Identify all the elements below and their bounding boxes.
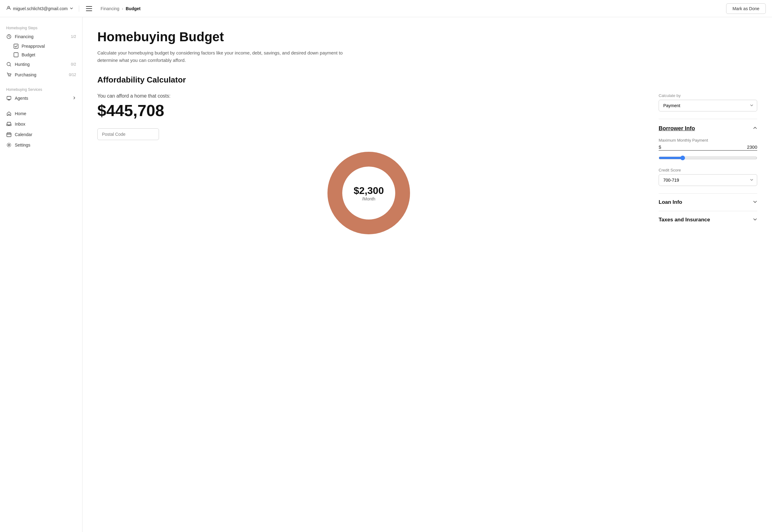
donut-chart-wrapper: $2,300 /Month xyxy=(97,150,640,236)
svg-rect-10 xyxy=(7,96,11,99)
preapproval-label: Preapproval xyxy=(22,44,45,49)
calculator-left: You can afford a home that costs: $445,7… xyxy=(97,93,640,236)
calendar-label: Calendar xyxy=(15,132,32,137)
max-monthly-input-wrapper: $ 2300 xyxy=(659,144,757,151)
financing-icon xyxy=(6,34,12,39)
svg-point-0 xyxy=(8,6,10,8)
sidebar-sub-item-preapproval[interactable]: Preapproval xyxy=(0,42,82,50)
credit-score-label: Credit Score xyxy=(659,168,757,172)
borrower-info-header[interactable]: Borrower Info xyxy=(659,125,757,132)
credit-score-section: Credit Score 620-639 640-659 660-679 680… xyxy=(659,168,757,186)
user-icon xyxy=(6,6,11,11)
homebuying-services-label: Homebuying Services xyxy=(0,85,82,93)
credit-score-select[interactable]: 620-639 640-659 660-679 680-699 700-719 … xyxy=(659,174,757,186)
hunting-left: Hunting xyxy=(6,62,30,67)
borrower-info-section: Borrower Info Maximum Monthly Payment $ … xyxy=(659,119,757,186)
calculate-by-section: Calculate by Payment Income Savings xyxy=(659,93,757,111)
donut-center: $2,300 /Month xyxy=(354,185,384,201)
afford-label: You can afford a home that costs: xyxy=(97,93,640,99)
max-monthly-prefix: $ xyxy=(659,144,661,150)
breadcrumb-parent[interactable]: Financing xyxy=(101,6,119,11)
home-label: Home xyxy=(15,111,26,116)
max-monthly-value: 2300 xyxy=(663,144,757,150)
financing-label: Financing xyxy=(15,34,34,39)
user-email-display[interactable]: miguel.schlicht3@gmail.com xyxy=(6,6,73,11)
settings-label: Settings xyxy=(15,143,30,147)
credit-score-select-wrapper: 620-639 640-659 660-679 680-699 700-719 … xyxy=(659,174,757,186)
home-icon xyxy=(6,111,12,116)
loan-info-chevron-icon xyxy=(753,199,757,205)
calendar-left: Calendar xyxy=(6,132,32,137)
breadcrumb: Financing › Budget xyxy=(101,6,141,11)
sidebar-item-inbox[interactable]: Inbox xyxy=(0,119,82,129)
chevron-down-icon xyxy=(70,6,73,11)
calculate-by-select-wrapper: Payment Income Savings xyxy=(659,100,757,111)
homebuying-steps-label: Homebuying Steps xyxy=(0,23,82,31)
settings-icon xyxy=(6,142,12,148)
budget-check-icon xyxy=(14,52,18,57)
svg-point-8 xyxy=(9,76,9,77)
hunting-label: Hunting xyxy=(15,62,30,67)
sidebar-item-purchasing[interactable]: Purchasing 0/12 xyxy=(0,70,82,80)
sidebar: Homebuying Steps Financing 1/2 Preapprov… xyxy=(0,17,83,532)
loan-info-row[interactable]: Loan Info xyxy=(659,193,757,211)
borrower-info-chevron-icon xyxy=(753,126,757,131)
calculate-by-select[interactable]: Payment Income Savings xyxy=(659,100,757,111)
sidebar-item-hunting[interactable]: Hunting 0/2 xyxy=(0,59,82,70)
sidebar-toggle-button[interactable] xyxy=(85,4,93,13)
postal-code-input[interactable] xyxy=(97,128,159,140)
purchasing-badge: 0/12 xyxy=(69,73,76,77)
page-description: Calculate your homebuying budget by cons… xyxy=(97,49,362,64)
donut-sub: /Month xyxy=(354,196,384,201)
calculator-right: Calculate by Payment Income Savings xyxy=(659,93,757,228)
page-title: Homebuying Budget xyxy=(97,30,757,44)
user-email: miguel.schlicht3@gmail.com xyxy=(13,6,68,11)
preapproval-check-icon xyxy=(14,44,18,49)
svg-point-12 xyxy=(8,144,10,146)
hunting-icon xyxy=(6,62,12,67)
calculator-title: Affordability Calculator xyxy=(97,75,757,85)
settings-left: Settings xyxy=(6,142,30,148)
svg-rect-3 xyxy=(86,10,92,11)
taxes-insurance-title: Taxes and Insurance xyxy=(659,217,710,223)
max-monthly-slider-wrapper xyxy=(659,155,757,162)
donut-chart: $2,300 /Month xyxy=(325,150,412,236)
sidebar-item-financing[interactable]: Financing 1/2 xyxy=(0,31,82,42)
purchasing-label: Purchasing xyxy=(15,72,36,77)
agents-icon xyxy=(6,95,12,101)
svg-rect-2 xyxy=(86,8,92,9)
financing-badge: 1/2 xyxy=(71,34,76,39)
home-left: Home xyxy=(6,111,26,116)
purchasing-icon xyxy=(6,72,12,78)
sidebar-item-home[interactable]: Home xyxy=(0,108,82,119)
afford-price: $445,708 xyxy=(97,101,640,120)
breadcrumb-current: Budget xyxy=(126,6,140,11)
topbar-left: miguel.schlicht3@gmail.com Financing › B… xyxy=(6,4,140,13)
calculator-layout: You can afford a home that costs: $445,7… xyxy=(97,93,757,236)
sidebar-item-settings[interactable]: Settings xyxy=(0,140,82,150)
taxes-insurance-row[interactable]: Taxes and Insurance xyxy=(659,211,757,228)
topbar: miguel.schlicht3@gmail.com Financing › B… xyxy=(0,0,772,17)
loan-info-title: Loan Info xyxy=(659,199,682,205)
max-monthly-section: Maximum Monthly Payment $ 2300 xyxy=(659,138,757,162)
main-layout: Homebuying Steps Financing 1/2 Preapprov… xyxy=(0,17,772,532)
inbox-left: Inbox xyxy=(6,121,25,127)
mark-done-button[interactable]: Mark as Done xyxy=(726,3,766,14)
max-monthly-label: Maximum Monthly Payment xyxy=(659,138,757,143)
svg-rect-5 xyxy=(14,44,18,48)
agents-label: Agents xyxy=(15,96,28,101)
financing-left: Financing xyxy=(6,34,34,39)
svg-point-9 xyxy=(10,76,10,77)
budget-label: Budget xyxy=(22,52,35,57)
sidebar-sub-item-budget[interactable]: Budget xyxy=(0,50,82,59)
sidebar-item-calendar[interactable]: Calendar xyxy=(0,129,82,140)
sidebar-item-agents[interactable]: Agents xyxy=(0,93,82,103)
agents-chevron-icon xyxy=(72,96,76,101)
calendar-icon xyxy=(6,132,12,137)
breadcrumb-separator: › xyxy=(122,6,123,11)
calculate-by-label: Calculate by xyxy=(659,93,757,98)
svg-rect-11 xyxy=(7,133,11,137)
svg-rect-6 xyxy=(14,53,18,57)
donut-amount: $2,300 xyxy=(354,185,384,196)
max-monthly-slider[interactable] xyxy=(659,155,757,160)
